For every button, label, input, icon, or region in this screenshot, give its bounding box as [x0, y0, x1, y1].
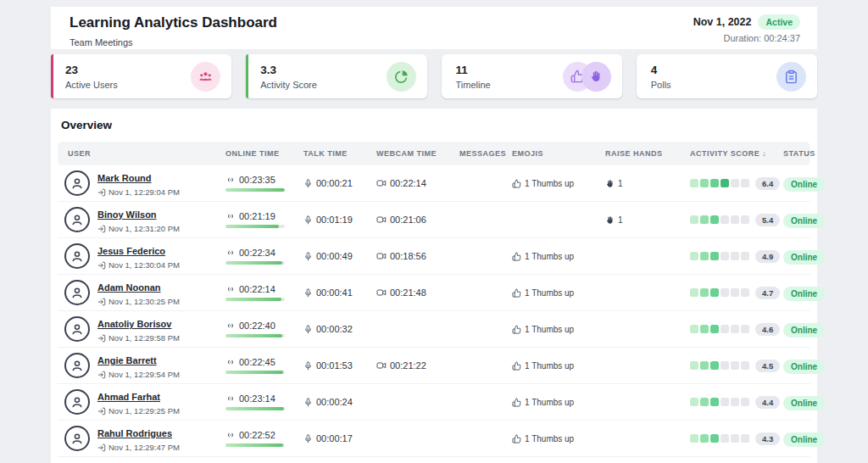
- score-square: [731, 288, 739, 297]
- column-header-raise-hands[interactable]: RAISE HANDS: [598, 149, 683, 158]
- clipboard-icon: [776, 62, 806, 92]
- microphone-icon: [303, 288, 313, 298]
- join-time: Nov 1, 12:29:58 PM: [108, 333, 180, 343]
- status-cell: Online: [776, 176, 825, 191]
- table-body: Mark Round Nov 1, 12:29:04 PM: [58, 165, 810, 457]
- table-row[interactable]: Anatoliy Borisov Nov 1, 12:29:58 PM: [58, 311, 810, 348]
- status-pill: Online: [783, 432, 825, 447]
- online-time-bar-fill: [225, 371, 283, 374]
- score-square: [721, 434, 729, 443]
- column-header-online-time[interactable]: ONLINE TIME: [219, 149, 297, 158]
- avatar: [64, 243, 90, 269]
- column-header-webcam-time[interactable]: WEBCAM TIME: [370, 149, 453, 158]
- score-square: [700, 288, 709, 297]
- activity-score-cell: 4.7: [683, 287, 776, 299]
- column-header-user[interactable]: USER: [58, 149, 219, 158]
- join-time-row: Nov 1, 12:30:04 PM: [97, 260, 180, 270]
- online-time-cell: 00:21:19: [219, 211, 297, 228]
- activity-score-cell: 4.9: [683, 250, 776, 263]
- webcam-time: 00:21:22: [390, 360, 426, 371]
- join-time-row: Nov 1, 12:29:25 PM: [97, 406, 180, 416]
- user-cell: Ahmad Farhat Nov 1, 12:29:25 PM: [58, 388, 219, 416]
- user-name-link[interactable]: Anatoliy Borisov: [97, 319, 171, 329]
- user-name-link[interactable]: Ahmad Farhat: [97, 392, 160, 402]
- stat-label: Active Users: [65, 80, 118, 90]
- column-header-status[interactable]: STATUS: [776, 149, 815, 158]
- timeline-icons: [563, 62, 611, 92]
- score-square: [710, 252, 719, 260]
- column-header-messages[interactable]: MESSAGES: [453, 149, 505, 158]
- activity-score-cell: 4.4: [683, 396, 776, 409]
- broadcast-icon: [225, 284, 236, 294]
- emoji-text: 1 Thumbs up: [525, 288, 574, 298]
- user-cell: Anatoliy Borisov Nov 1, 12:29:58 PM: [58, 315, 219, 343]
- user-name-link[interactable]: Binoy Wilson: [97, 209, 157, 220]
- card-accent: [637, 54, 639, 98]
- score-square: [741, 215, 749, 224]
- emojis-cell: 1 Thumbs up: [505, 398, 598, 407]
- raised-hand-icon: [605, 179, 615, 188]
- talk-time: 00:00:41: [316, 287, 353, 298]
- online-time: 00:22:45: [239, 357, 275, 367]
- webcam-icon: [376, 215, 387, 225]
- table-row[interactable]: Binoy Wilson Nov 1, 12:31:20 PM: [58, 202, 810, 238]
- user-cell: Jesus Federico Nov 1, 12:30:04 PM: [58, 243, 219, 270]
- broadcast-icon: [225, 175, 236, 185]
- emoji-text: 1 Thumbs up: [525, 361, 574, 371]
- join-time-row: Nov 1, 12:29:04 PM: [97, 187, 180, 197]
- column-header-emojis[interactable]: EMOJIS: [505, 149, 598, 158]
- talk-time-cell: 00:01:53: [297, 360, 370, 371]
- user-name-link[interactable]: Rahul Rodrigues: [97, 428, 172, 438]
- talk-time-cell: 00:00:41: [297, 287, 370, 298]
- stat-cards: 23 Active Users 3.3 Activity Score: [51, 54, 817, 98]
- user-name-link[interactable]: Angie Barrett: [97, 355, 157, 365]
- webcam-icon: [376, 178, 387, 188]
- table-row[interactable]: Ahmad Farhat Nov 1, 12:29:25 PM: [58, 384, 810, 421]
- login-icon: [97, 371, 106, 379]
- column-header-activity-score[interactable]: ACTIVITY SCORE ↓: [683, 149, 776, 158]
- status-pill: Online: [783, 250, 825, 265]
- online-time-bar-fill: [225, 334, 282, 337]
- table-row[interactable]: Rahul Rodrigues Nov 1, 12:29:47 PM: [58, 421, 810, 457]
- online-time: 00:22:40: [239, 321, 275, 331]
- score-squares: [690, 288, 749, 297]
- online-time-bar: [225, 298, 285, 301]
- online-time-bar: [225, 188, 285, 192]
- user-name-link[interactable]: Adam Noonan: [97, 282, 161, 293]
- table-row[interactable]: Jesus Federico Nov 1, 12:30:04 PM: [58, 238, 810, 275]
- emoji-text: 1 Thumbs up: [525, 252, 574, 261]
- stat-card-timeline: 11 Timeline: [442, 54, 622, 98]
- score-square: [690, 288, 698, 297]
- column-header-talk-time[interactable]: TALK TIME: [297, 149, 370, 158]
- join-time-row: Nov 1, 12:29:58 PM: [97, 333, 180, 343]
- score-square: [731, 179, 739, 187]
- score-square: [700, 179, 709, 187]
- online-time-bar: [225, 261, 285, 265]
- activity-score-cell: 4.3: [683, 432, 776, 445]
- webcam-time: 00:21:48: [390, 287, 426, 298]
- table-row[interactable]: Angie Barrett Nov 1, 12:29:54 PM: [58, 348, 810, 384]
- online-time-bar-fill: [225, 298, 281, 301]
- stat-label: Timeline: [456, 80, 491, 90]
- user-name-link[interactable]: Mark Round: [97, 173, 152, 183]
- online-time-cell: 00:23:35: [219, 175, 297, 192]
- webcam-time-cell: 00:22:14: [370, 178, 453, 188]
- stat-card-active-users: 23 Active Users: [51, 54, 231, 98]
- online-time: 00:22:52: [239, 430, 275, 440]
- table-row[interactable]: Mark Round Nov 1, 12:29:04 PM: [58, 165, 810, 202]
- online-time-cell: 00:22:45: [219, 357, 297, 374]
- raise-hands-count: 1: [618, 179, 623, 188]
- score-square: [741, 252, 749, 260]
- table-row[interactable]: Adam Noonan Nov 1, 12:30:25 PM: [58, 275, 810, 311]
- stat-value: 23: [65, 64, 118, 76]
- score-squares: [690, 398, 749, 406]
- user-name-link[interactable]: Jesus Federico: [97, 246, 165, 256]
- activity-score-cell: 5.4: [683, 214, 776, 226]
- thumbs-up-icon: [512, 252, 521, 261]
- online-time-bar: [225, 334, 285, 337]
- score-square: [700, 215, 709, 224]
- webcam-time: 00:18:56: [390, 251, 426, 261]
- online-time: 00:22:34: [239, 248, 275, 258]
- online-time-bar: [225, 371, 285, 374]
- stat-label: Polls: [651, 80, 671, 90]
